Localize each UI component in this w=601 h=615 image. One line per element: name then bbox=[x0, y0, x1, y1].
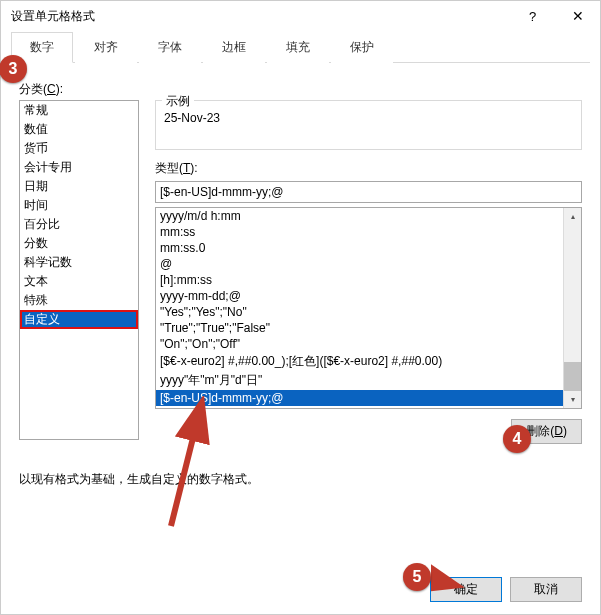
list-item[interactable]: yyyy"年"m"月"d"日" bbox=[156, 371, 564, 390]
list-item[interactable]: 数值 bbox=[20, 120, 138, 139]
tab-alignment[interactable]: 对齐 bbox=[75, 32, 137, 63]
list-item[interactable]: mm:ss bbox=[156, 224, 564, 240]
list-item[interactable]: 文本 bbox=[20, 272, 138, 291]
list-item[interactable]: [h]:mm:ss bbox=[156, 272, 564, 288]
list-item[interactable]: yyyy/m/d h:mm bbox=[156, 208, 564, 224]
list-item[interactable]: 货币 bbox=[20, 139, 138, 158]
list-item[interactable]: 日期 bbox=[20, 177, 138, 196]
close-button[interactable]: ✕ bbox=[555, 1, 600, 31]
sample-group: 示例 25-Nov-23 bbox=[155, 100, 582, 150]
window-title: 设置单元格格式 bbox=[11, 8, 510, 25]
tab-font[interactable]: 字体 bbox=[139, 32, 201, 63]
list-item[interactable]: 百分比 bbox=[20, 215, 138, 234]
close-icon: ✕ bbox=[572, 8, 584, 24]
list-item[interactable]: 时间 bbox=[20, 196, 138, 215]
type-input[interactable] bbox=[155, 181, 582, 203]
category-label: 分类(C): bbox=[19, 81, 582, 98]
tab-label: 数字 bbox=[30, 40, 54, 54]
list-item[interactable]: 分数 bbox=[20, 234, 138, 253]
type-listbox[interactable]: yyyy/m/d h:mm mm:ss mm:ss.0 @ [h]:mm:ss … bbox=[155, 207, 582, 409]
tab-fill[interactable]: 填充 bbox=[267, 32, 329, 63]
list-item[interactable]: 常规 bbox=[20, 101, 138, 120]
category-listbox[interactable]: 常规 数值 货币 会计专用 日期 时间 百分比 分数 科学记数 文本 特殊 自定… bbox=[19, 100, 139, 440]
list-item[interactable]: "On";"On";"Off" bbox=[156, 336, 564, 352]
type-label: 类型(T): bbox=[155, 160, 582, 177]
annotation-4: 4 bbox=[503, 425, 531, 453]
ok-button[interactable]: 确定 bbox=[430, 577, 502, 602]
list-item[interactable]: mm:ss.0 bbox=[156, 240, 564, 256]
scrollbar-thumb[interactable] bbox=[564, 362, 581, 392]
sample-value: 25-Nov-23 bbox=[164, 111, 573, 125]
scroll-down-button[interactable]: ▾ bbox=[564, 391, 581, 408]
tab-strip: 数字 对齐 字体 边框 填充 保护 bbox=[11, 31, 590, 63]
hint-text: 以现有格式为基础，生成自定义的数字格式。 bbox=[19, 471, 259, 488]
scrollbar[interactable]: ▴ ▾ bbox=[563, 208, 581, 408]
tab-border[interactable]: 边框 bbox=[203, 32, 265, 63]
title-bar: 设置单元格格式 ? ✕ bbox=[1, 1, 600, 31]
sample-label: 示例 bbox=[162, 93, 194, 110]
list-item-selected[interactable]: [$-en-US]d-mmm-yy;@ bbox=[156, 390, 564, 406]
annotation-5: 5 bbox=[403, 563, 431, 591]
list-item[interactable]: 科学记数 bbox=[20, 253, 138, 272]
list-item[interactable]: 会计专用 bbox=[20, 158, 138, 177]
cancel-button[interactable]: 取消 bbox=[510, 577, 582, 602]
list-item[interactable]: "Yes";"Yes";"No" bbox=[156, 304, 564, 320]
list-item[interactable]: 特殊 bbox=[20, 291, 138, 310]
annotation-3: 3 bbox=[0, 55, 27, 83]
list-item[interactable]: "True";"True";"False" bbox=[156, 320, 564, 336]
tab-label: 边框 bbox=[222, 40, 246, 54]
list-item[interactable]: yyyy-mm-dd;@ bbox=[156, 288, 564, 304]
tab-label: 保护 bbox=[350, 40, 374, 54]
format-cells-dialog: 设置单元格格式 ? ✕ 数字 对齐 字体 边框 填充 保护 分类(C): 常规 … bbox=[0, 0, 601, 615]
tab-label: 填充 bbox=[286, 40, 310, 54]
list-item[interactable]: [$€-x-euro2] #,##0.00_);[红色]([$€-x-euro2… bbox=[156, 352, 564, 371]
tab-label: 对齐 bbox=[94, 40, 118, 54]
list-item[interactable]: @ bbox=[156, 256, 564, 272]
help-button[interactable]: ? bbox=[510, 1, 555, 31]
tab-label: 字体 bbox=[158, 40, 182, 54]
tab-protection[interactable]: 保护 bbox=[331, 32, 393, 63]
dialog-footer: 确定 取消 bbox=[430, 577, 582, 602]
scroll-up-button[interactable]: ▴ bbox=[564, 208, 581, 225]
list-item-custom[interactable]: 自定义 bbox=[20, 310, 138, 329]
